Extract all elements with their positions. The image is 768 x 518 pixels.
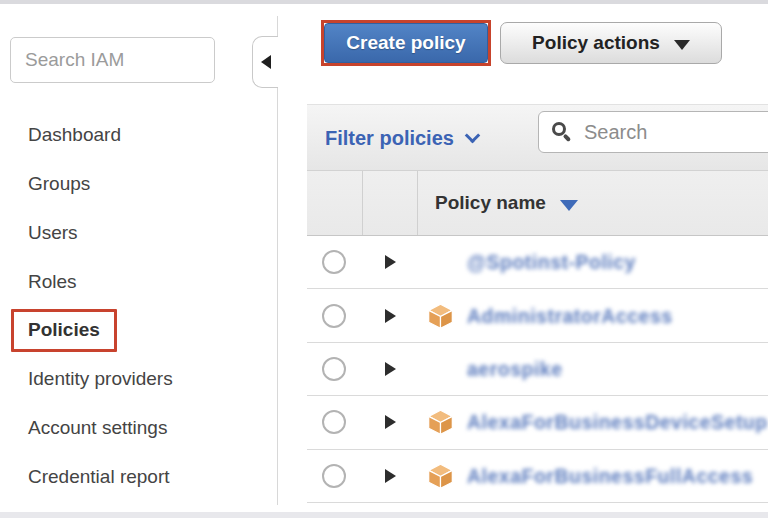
policy-name-column-header[interactable]: Policy name (435, 171, 578, 235)
policies-annotation-box: Policies (11, 309, 117, 352)
column-separator (362, 171, 363, 235)
search-icon (552, 121, 574, 143)
table-row: AdministratorAccess (307, 289, 768, 342)
column-separator (417, 171, 418, 235)
policy-name-link[interactable]: AdministratorAccess (467, 304, 673, 327)
row-radio-button[interactable] (322, 250, 346, 274)
page-bottom-edge (0, 512, 768, 518)
page-top-edge (0, 0, 768, 4)
sidebar-item-users[interactable]: Users (0, 209, 270, 258)
policy-search-input[interactable] (584, 121, 754, 144)
row-radio-button[interactable] (322, 304, 346, 328)
table-row: AlexaForBusinessDeviceSetup (307, 396, 768, 449)
create-policy-button[interactable]: Create policy (324, 23, 488, 63)
aws-managed-policy-icon (427, 302, 454, 329)
sidebar-collapse-button[interactable] (252, 36, 278, 88)
table-row: AlexaForBusinessFullAccess (307, 450, 768, 503)
dropdown-caret-icon (674, 40, 690, 50)
sidebar-nav: Dashboard Groups Users Roles Policies Id… (0, 111, 270, 501)
table-header: Policy name (307, 170, 768, 236)
filter-policies-label: Filter policies (325, 127, 454, 150)
policy-name-link[interactable]: AlexaForBusinessDeviceSetup (467, 411, 768, 434)
row-radio-button[interactable] (322, 464, 346, 488)
sidebar-item-roles[interactable]: Roles (0, 257, 270, 306)
sidebar-item-groups[interactable]: Groups (0, 160, 270, 209)
policy-search-box (538, 111, 768, 153)
filter-policies-dropdown[interactable]: Filter policies (325, 105, 478, 171)
policy-name-link[interactable]: @Spotinst-Policy (467, 251, 636, 274)
sidebar-item-policies[interactable]: Policies (0, 306, 270, 355)
sort-descending-icon (560, 200, 578, 211)
policy-actions-button[interactable]: Policy actions (500, 22, 722, 64)
policy-name-link[interactable]: AlexaForBusinessFullAccess (467, 464, 753, 487)
policy-actions-label: Policy actions (532, 32, 660, 54)
table-row: aerospike (307, 343, 768, 396)
sidebar-item-account-settings[interactable]: Account settings (0, 404, 270, 453)
row-expander-icon[interactable] (385, 469, 396, 483)
row-expander-icon[interactable] (385, 309, 396, 323)
sidebar-item-identity-providers[interactable]: Identity providers (0, 355, 270, 404)
search-iam-input[interactable] (10, 37, 215, 83)
aws-iam-policies-page: { "sidebar": { "search_placeholder": "Se… (0, 0, 768, 518)
row-expander-icon[interactable] (385, 415, 396, 429)
sidebar-item-credential-report[interactable]: Credential report (0, 453, 270, 502)
row-expander-icon[interactable] (385, 362, 396, 376)
row-expander-icon[interactable] (385, 255, 396, 269)
sidebar-item-dashboard[interactable]: Dashboard (0, 111, 270, 160)
policy-name-link[interactable]: aerospike (467, 357, 563, 380)
aws-managed-policy-icon (427, 462, 454, 489)
row-radio-button[interactable] (322, 357, 346, 381)
row-radio-button[interactable] (322, 410, 346, 434)
create-policy-annotation-box: Create policy (321, 20, 491, 66)
collapse-left-triangle-icon (261, 55, 271, 69)
filter-bar: Filter policies (307, 104, 768, 170)
policies-table-body: @Spotinst-Policy AdministratorAccess aer… (307, 236, 768, 503)
sidebar-divider (277, 16, 278, 505)
table-row: @Spotinst-Policy (307, 236, 768, 289)
aws-managed-policy-icon (427, 409, 454, 436)
chevron-down-icon (465, 127, 481, 143)
